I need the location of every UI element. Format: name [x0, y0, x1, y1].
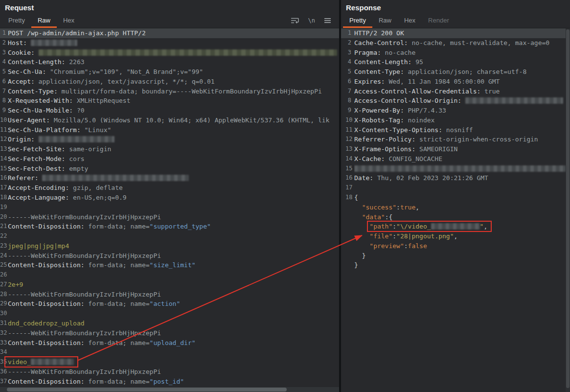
code-text: [354, 183, 570, 193]
code-text: Content-Disposition: form-data; name="ac…: [8, 299, 339, 309]
code-line[interactable]: 29Content-Disposition: form-data; name="…: [0, 299, 339, 309]
code-line[interactable]: 15Sec-Fetch-Dest: empty: [0, 164, 339, 174]
code-line[interactable]: "file":"28|pngout.png",: [341, 231, 570, 241]
line-number: [345, 241, 351, 251]
request-horizontal-scrollbar[interactable]: [0, 387, 339, 392]
code-line[interactable]: 21Content-Disposition: form-data; name="…: [0, 222, 339, 231]
menu-icon[interactable]: [324, 18, 331, 23]
code-line[interactable]: 15: [341, 164, 570, 174]
code-text: X-Requested-With: XMLHttpRequest: [8, 96, 339, 106]
code-line[interactable]: 35video_: [0, 357, 339, 367]
code-segment: Sec-Ch-Ua-Mobile:: [8, 107, 73, 114]
code-line[interactable]: 13Sec-Fetch-Site: same-origin: [0, 144, 339, 154]
code-line[interactable]: 12Referrer-Policy: strict-origin-when-cr…: [341, 135, 570, 144]
code-segment: X-Content-Type-Options:: [354, 126, 442, 134]
code-line[interactable]: 10X-Robots-Tag: noindex: [341, 115, 570, 125]
code-line[interactable]: 31dnd_codedropz_upload: [0, 319, 339, 328]
code-line[interactable]: 4Content-Length: 95: [341, 57, 570, 67]
code-line[interactable]: 9Sec-Ch-Ua-Mobile: ?0: [0, 106, 339, 115]
line-number: 17: [0, 183, 6, 193]
code-segment: en-US,en;q=0.9: [69, 194, 126, 201]
code-line[interactable]: 3Pragma: no-cache: [341, 48, 570, 58]
code-line[interactable]: 18Accept-Language: en-US,en;q=0.9: [0, 193, 339, 203]
code-line[interactable]: "preview":false: [341, 241, 570, 251]
code-line[interactable]: 17Accept-Encoding: gzip, deflate: [0, 183, 339, 193]
line-number: 12: [0, 135, 6, 144]
code-line[interactable]: 11X-Content-Type-Options: nosniff: [341, 125, 570, 135]
code-text: "preview":false: [354, 241, 570, 251]
code-line[interactable]: 22: [0, 231, 339, 241]
code-text: Pragma: no-cache: [354, 48, 570, 58]
code-line[interactable]: }: [341, 251, 570, 261]
code-line[interactable]: 25Content-Disposition: form-data; name="…: [0, 260, 339, 270]
code-line[interactable]: 1POST /wp-admin/admin-ajax.php HTTP/2: [0, 28, 339, 38]
code-line[interactable]: 19: [0, 203, 339, 212]
code-line[interactable]: 6Expires: Wed, 11 Jan 1984 05:00:00 GMT: [341, 77, 570, 87]
code-line[interactable]: 32------WebKitFormBoundaryIzvIrbHjHpxzep…: [0, 328, 339, 338]
code-line[interactable]: 272e+9: [0, 280, 339, 290]
response-vertical-scrollbar[interactable]: [566, 28, 570, 392]
line-number: 14: [345, 154, 351, 164]
code-line[interactable]: 18{: [341, 193, 570, 203]
code-segment: Content-Disposition:: [8, 261, 85, 269]
code-line[interactable]: 28------WebKitFormBoundaryIzvIrbHjHpxzep…: [0, 290, 339, 300]
code-segment: form-data; name=: [85, 339, 150, 346]
code-line[interactable]: 1HTTP/2 200 OK: [341, 28, 570, 38]
code-line[interactable]: 6Accept: application/json, text/javascri…: [0, 77, 339, 87]
newline-icon[interactable]: \n: [308, 17, 315, 24]
line-number: 7: [0, 87, 6, 96]
scrollbar-thumb[interactable]: [566, 29, 570, 388]
code-line[interactable]: 10User-Agent: Mozilla/5.0 (Windows NT 10…: [0, 115, 339, 125]
tab-render[interactable]: Render: [422, 13, 456, 28]
code-line[interactable]: 33Content-Disposition: form-data; name="…: [0, 338, 339, 348]
code-line[interactable]: 36------WebKitFormBoundaryIzvIrbHjHpxzep…: [0, 367, 339, 377]
scrollbar-thumb[interactable]: [7, 388, 287, 392]
tab-hex[interactable]: Hex: [398, 13, 422, 28]
code-line[interactable]: 5Sec-Ch-Ua: "Chromium";v="109", "Not_A B…: [0, 67, 339, 77]
tab-pretty[interactable]: Pretty: [343, 13, 372, 28]
code-line[interactable]: 8X-Requested-With: XMLHttpRequest: [0, 96, 339, 106]
code-line[interactable]: 8Access-Control-Allow-Origin:: [341, 96, 570, 106]
code-text: "data":{: [354, 212, 570, 222]
code-line[interactable]: 16Referer:: [0, 173, 339, 183]
code-segment: ,: [415, 204, 419, 211]
code-line[interactable]: "data":{: [341, 212, 570, 222]
code-line[interactable]: 2Host:: [0, 38, 339, 48]
code-line[interactable]: 26: [0, 270, 339, 280]
code-line[interactable]: 17: [341, 183, 570, 193]
wrap-lines-icon[interactable]: [291, 17, 299, 24]
code-line[interactable]: 37Content-Disposition: form-data; name="…: [0, 377, 339, 387]
code-text: ------WebKitFormBoundaryIzvIrbHjHpxzepPi: [8, 367, 339, 377]
code-text: Content-Disposition: form-data; name="po…: [8, 377, 339, 387]
tab-pretty[interactable]: Pretty: [2, 13, 31, 28]
tab-raw[interactable]: Raw: [31, 13, 57, 28]
code-line[interactable]: 24------WebKitFormBoundaryIzvIrbHjHpxzep…: [0, 251, 339, 261]
code-line[interactable]: "path":"\/video_",: [341, 222, 570, 231]
code-line[interactable]: 20------WebKitFormBoundaryIzvIrbHjHpxzep…: [0, 212, 339, 222]
code-line[interactable]: 3Cookie:: [0, 48, 339, 58]
code-line[interactable]: 34: [0, 347, 339, 357]
code-line[interactable]: 13X-Frame-Options: SAMEORIGIN: [341, 144, 570, 154]
response-editor[interactable]: 1HTTP/2 200 OK2Cache-Control: no-cache, …: [341, 28, 570, 392]
code-line[interactable]: 5Content-Type: application/json; charset…: [341, 67, 570, 77]
tab-hex[interactable]: Hex: [57, 13, 81, 28]
code-line[interactable]: 14X-Cache: CONFIG_NOCACHE: [341, 154, 570, 164]
code-line[interactable]: 16Date: Thu, 02 Feb 2023 20:21:26 GMT: [341, 173, 570, 183]
code-line[interactable]: 23jpeg|png|jpg|mp4: [0, 241, 339, 251]
code-line[interactable]: 9X-Powered-By: PHP/7.4.33: [341, 106, 570, 115]
code-line[interactable]: 30: [0, 309, 339, 319]
code-line[interactable]: 12Origin:: [0, 135, 339, 144]
code-line[interactable]: "success":true,: [341, 203, 570, 212]
response-tabs: PrettyRawHexRender: [343, 13, 456, 28]
code-line[interactable]: 11Sec-Ch-Ua-Platform: "Linux": [0, 125, 339, 135]
code-line[interactable]: 4Content-Length: 2263: [0, 57, 339, 67]
code-line[interactable]: }: [341, 260, 570, 270]
code-line[interactable]: 2Cache-Control: no-cache, must-revalidat…: [341, 38, 570, 48]
code-line[interactable]: 14Sec-Fetch-Mode: cors: [0, 154, 339, 164]
code-line[interactable]: 7Content-Type: multipart/form-data; boun…: [0, 87, 339, 96]
code-segment: Content-Disposition:: [8, 378, 85, 385]
message-editor-split: Request PrettyRawHex \n 1POST /wp-: [0, 0, 570, 392]
code-line[interactable]: 7Access-Control-Allow-Credentials: true: [341, 87, 570, 96]
tab-raw[interactable]: Raw: [372, 13, 398, 28]
request-editor[interactable]: 1POST /wp-admin/admin-ajax.php HTTP/22Ho…: [0, 28, 339, 392]
